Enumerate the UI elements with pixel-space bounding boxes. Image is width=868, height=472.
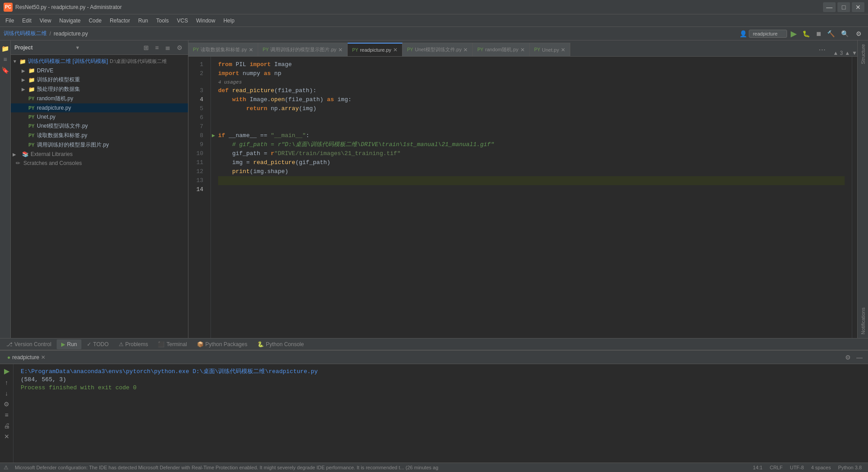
run-panel-content: ▶ ↑ ↓ ⚙ ≡ 🖨 ✕ E:\ProgramData\anaconda3\e…	[0, 364, 868, 463]
maximize-button[interactable]: □	[837, 2, 850, 12]
search-button[interactable]: 🔍	[838, 29, 851, 39]
run-config-dropdown[interactable]: readpicture	[749, 30, 787, 38]
tree-item-scratches[interactable]: ✏ Scratches and Consoles	[11, 159, 188, 168]
breadcrumb-root[interactable]: 训练代码模板二维	[4, 30, 47, 37]
status-encoding[interactable]: UTF-8	[787, 465, 806, 470]
tab-close-unet-train[interactable]: ✕	[463, 47, 468, 53]
tab-unet-train[interactable]: PY Unet模型训练文件.py ✕	[403, 43, 473, 56]
tab-show-pic[interactable]: PY 调用训练好的模型显示图片.py ✕	[258, 43, 348, 56]
project-collapse-btn[interactable]: ⊞	[142, 43, 151, 52]
menu-window[interactable]: Window	[192, 16, 219, 25]
tree-item-unet-train[interactable]: PY Unet模型训练文件.py	[11, 121, 188, 131]
code-line-12: print(img.shape)	[218, 167, 845, 176]
tab-close-unet[interactable]: ✕	[561, 47, 565, 53]
left-sidebar: 📁 ≡ 🔖	[0, 40, 11, 338]
project-icon[interactable]: 📁	[1, 44, 10, 53]
settings-button[interactable]: ⚙	[853, 29, 864, 39]
tab-python-packages[interactable]: 📦 Python Packages	[192, 339, 252, 349]
run-tab-close[interactable]: ✕	[41, 354, 45, 361]
status-line-col[interactable]: 14:1	[750, 465, 765, 470]
tab-label-python-console: Python Console	[266, 341, 304, 347]
tab-read-dataset[interactable]: PY 读取数据集和标签.py ✕	[188, 43, 258, 56]
tab-label-unet: Unet.py	[542, 47, 559, 53]
project-dropdown-arrow[interactable]: ▼	[75, 45, 80, 50]
menu-help[interactable]: Help	[220, 16, 238, 25]
debug-button[interactable]: 🐛	[801, 29, 812, 38]
code-line-5: return np.array(img)	[218, 104, 845, 113]
minimize-panel-btn[interactable]: —	[855, 353, 864, 362]
tree-item-read-dataset[interactable]: PY 读取数据集和标签.py	[11, 131, 188, 140]
menu-run[interactable]: Run	[134, 16, 152, 25]
tree-item-ext-libs[interactable]: ▶ 📚 External Libraries	[11, 150, 188, 159]
tree-item-dataset[interactable]: ▶ 📁 预处理好的数据集	[11, 85, 188, 94]
run-close[interactable]: ✕	[3, 432, 10, 441]
tab-label-python-packages: Python Packages	[206, 341, 247, 347]
tab-run[interactable]: ▶ Run	[57, 339, 81, 349]
code-editor[interactable]: from PIL import Image import numpy as np…	[211, 57, 852, 338]
editor-content[interactable]: 1 2 3 4 5 6 7 8 9 10 11 12 13 14	[188, 57, 857, 338]
run-again-btn[interactable]: ▶	[3, 366, 10, 376]
status-warning-text[interactable]: Microsoft Defender configuration: The ID…	[12, 465, 441, 470]
tree-item-unet[interactable]: PY Unet.py	[11, 112, 188, 121]
run-print[interactable]: 🖨	[3, 421, 11, 430]
menu-view[interactable]: View	[36, 16, 55, 25]
run-scroll-down[interactable]: ↓	[4, 389, 9, 398]
menu-code[interactable]: Code	[85, 16, 105, 25]
tree-root[interactable]: ▼ 📁 训练代码模板二维 [训练代码模板] D:\桌面\训练代码模板二维	[11, 57, 188, 66]
menu-edit[interactable]: Edit	[18, 16, 35, 25]
avatar-icon[interactable]: 👤	[739, 30, 747, 37]
tab-readpicture[interactable]: PY readpicture.py ✕	[348, 43, 403, 56]
run-tree-view[interactable]: ≡	[4, 410, 9, 419]
tab-label-random: random随机.py	[485, 46, 519, 53]
tree-label-scratches: Scratches and Consoles	[23, 160, 82, 166]
project-sort-btn[interactable]: ≡	[153, 43, 161, 52]
tab-random[interactable]: PY random随机.py ✕	[473, 43, 529, 56]
run-scroll-up[interactable]: ↑	[4, 378, 9, 387]
tab-close-read-dataset[interactable]: ✕	[249, 47, 253, 53]
bookmarks-icon[interactable]: 🔖	[1, 66, 10, 75]
build-button[interactable]: 🔨	[825, 29, 837, 38]
tree-item-random[interactable]: PY random随机.py	[11, 94, 188, 103]
status-python[interactable]: Python 3.8	[835, 465, 864, 470]
tab-terminal[interactable]: ⬛ Terminal	[153, 339, 191, 349]
stop-button[interactable]: ⏹	[814, 29, 823, 38]
menu-refactor[interactable]: Refactor	[106, 16, 134, 25]
run-settings2[interactable]: ⚙	[3, 400, 10, 409]
tab-close-random[interactable]: ✕	[520, 47, 525, 53]
tab-todo[interactable]: ✓ TODO	[82, 339, 113, 349]
tab-unet[interactable]: PY Unet.py ✕	[530, 43, 570, 56]
tab-python-console[interactable]: 🐍 Python Console	[253, 339, 309, 349]
tabs-more-btn[interactable]: ⋯	[815, 43, 829, 56]
version-control-icon: ⎇	[6, 341, 13, 347]
structure-icon-left[interactable]: ≡	[1, 55, 10, 64]
status-line-ending[interactable]: CRLF	[767, 465, 785, 470]
structure-label[interactable]: Structure	[859, 40, 868, 68]
tab-version-control[interactable]: ⎇ Version Control	[2, 339, 56, 349]
tree-item-model-weights[interactable]: ▶ 📁 训练好的模型权重	[11, 75, 188, 85]
tab-close-show-pic[interactable]: ✕	[338, 47, 343, 53]
terminal-icon: ⬛	[158, 341, 165, 347]
tab-close-readpicture[interactable]: ✕	[393, 47, 398, 53]
menu-vcs[interactable]: VCS	[173, 16, 192, 25]
project-settings-btn[interactable]: ⚙	[175, 43, 184, 52]
menu-tools[interactable]: Tools	[152, 16, 172, 25]
settings-gear-btn[interactable]: ⚙	[843, 353, 853, 362]
close-button[interactable]: ✕	[852, 2, 864, 12]
project-filter-btn[interactable]: ≣	[163, 43, 172, 52]
menu-navigate[interactable]: Navigate	[56, 16, 84, 25]
tab-problems[interactable]: ⚠ Problems	[114, 339, 153, 349]
minimize-button[interactable]: —	[823, 2, 836, 12]
menu-file[interactable]: File	[2, 16, 18, 25]
output-result: (584, 565, 3)	[21, 376, 861, 384]
run-tab-readpicture[interactable]: ● readpicture ✕	[4, 352, 49, 362]
project-tree: ▼ 📁 训练代码模板二维 [训练代码模板] D:\桌面\训练代码模板二维 ▶ 📁…	[11, 55, 188, 338]
tree-item-drive[interactable]: ▶ 📁 DRIVE	[11, 66, 188, 75]
tree-item-readpicture[interactable]: PY readpicture.py	[11, 103, 188, 112]
run-button[interactable]: ▶	[789, 28, 799, 40]
window-controls: — □ ✕	[823, 2, 864, 12]
bottom-panel-controls: ⚙ —	[843, 353, 864, 362]
notifications-label[interactable]: Notifications	[859, 304, 868, 338]
tree-item-show-pic[interactable]: PY 调用训练好的模型显示图片.py	[11, 140, 188, 150]
window-title: ResNet50.py - readpicture.py - Administr…	[15, 4, 122, 10]
status-indent[interactable]: 4 spaces	[808, 465, 833, 470]
